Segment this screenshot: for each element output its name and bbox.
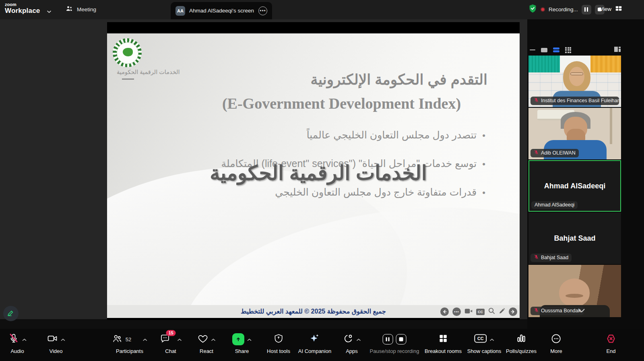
sparkle-icon: [309, 333, 320, 346]
chat-unread-badge: 15: [166, 330, 176, 336]
more-options-icon[interactable]: •••: [452, 307, 461, 316]
pause-icon[interactable]: [382, 334, 393, 344]
chevron-up-icon[interactable]: [357, 336, 361, 343]
breakout-rooms-icon: [438, 333, 448, 345]
caption-underline: [122, 78, 134, 80]
chevron-up-icon[interactable]: [22, 336, 27, 343]
logo-zoom-text: zoom: [5, 2, 40, 7]
next-slide-button[interactable]: [509, 307, 517, 316]
recording-cluster: Recording...: [528, 4, 605, 15]
video-camera-icon: [47, 333, 58, 346]
participant-tile-bahjat-saad[interactable]: Bahjat Saad Bahjat Saad: [528, 212, 621, 264]
cc-icon: CC: [474, 334, 487, 345]
slide-logo-caption: الخدمات الرقمية الحكومية: [117, 69, 197, 75]
door-frame: [610, 108, 612, 144]
more-ellipsis-icon: [551, 333, 562, 346]
poll-bars-icon: [516, 333, 526, 345]
banner-orange-segment: [590, 56, 621, 72]
chevron-up-icon[interactable]: [143, 336, 147, 343]
participants-label: Participants: [116, 348, 143, 354]
zoom-workplace-logo: zoom Workplace: [5, 2, 40, 14]
pause-recording-button[interactable]: [582, 5, 591, 14]
banner-teal-segment: [528, 56, 560, 72]
participants-button[interactable]: 52 Participants: [112, 333, 147, 354]
shield-icon: [273, 333, 284, 345]
apps-button[interactable]: Apps: [343, 333, 361, 354]
share-button[interactable]: Share: [232, 333, 252, 354]
ai-companion-label: AI Companion: [298, 348, 331, 354]
participant-name-label: Ahmad AlSadeeqi: [531, 201, 578, 209]
pause-stop-recording-button[interactable]: Pause/stop recording: [370, 333, 419, 354]
more-button[interactable]: More: [550, 333, 562, 354]
scroll-participants-down-button[interactable]: [574, 306, 590, 315]
heart-icon: [198, 333, 208, 346]
audio-button[interactable]: Audio: [8, 333, 27, 354]
pen-icon[interactable]: [499, 308, 505, 316]
breakout-rooms-button[interactable]: Breakout rooms: [425, 333, 462, 354]
video-label: Video: [49, 348, 62, 354]
show-captions-label: Show captions: [467, 348, 502, 354]
annotate-button[interactable]: [3, 306, 19, 321]
video-button[interactable]: Video: [47, 333, 65, 354]
camera-icon[interactable]: [464, 308, 473, 316]
host-tools-button[interactable]: Host tools: [267, 333, 290, 354]
participant-tile-adib-oleiwan[interactable]: Adib OLEIWAN: [528, 108, 621, 159]
end-label: End: [606, 348, 615, 354]
recording-label: Recording...: [549, 6, 578, 12]
participant-tile-institut-des-finances[interactable]: Institut des Finances Basil Fuleihan: [528, 56, 621, 107]
chevron-up-icon[interactable]: [61, 336, 65, 343]
tab-meeting[interactable]: Meeting: [65, 5, 96, 14]
polls-quizzes-button[interactable]: Polls/quizzes: [506, 333, 537, 354]
stage-area: الخدمات الرقمية الحكومية التقدم في الحكو…: [0, 19, 527, 329]
view-button[interactable]: View: [600, 5, 622, 13]
previous-slide-button[interactable]: [440, 307, 449, 316]
participant-name-label: Institut des Finances Basil Fuleihan: [530, 97, 619, 105]
minimize-video-icon[interactable]: [530, 50, 535, 51]
speaker-view-icon[interactable]: [541, 48, 547, 52]
ai-companion-button[interactable]: AI Companion: [298, 333, 331, 354]
end-meeting-button[interactable]: End: [606, 333, 617, 354]
participant-name-label: Adib OLEIWAN: [530, 149, 579, 157]
pencil-icon: [7, 309, 15, 318]
security-shield-icon[interactable]: [528, 4, 537, 15]
muted-mic-icon: [8, 333, 19, 346]
show-captions-button[interactable]: CC Show captions: [467, 333, 502, 354]
apps-label: Apps: [346, 348, 358, 354]
stop-icon[interactable]: [396, 334, 406, 344]
arab-planning-institute-logo: [113, 38, 142, 67]
participant-name: Bahjat Saad: [541, 255, 568, 260]
muted-mic-icon: [534, 307, 539, 314]
pause-stop-label: Pause/stop recording: [370, 348, 419, 354]
top-bar: zoom Workplace Meeting AA Ahmad AlSadeeq…: [0, 0, 644, 19]
magnifier-icon[interactable]: [488, 307, 495, 316]
chevron-up-icon[interactable]: [211, 336, 216, 343]
captions-cc-icon[interactable]: CC: [476, 309, 485, 315]
layout-popout-icon[interactable]: [614, 46, 621, 54]
gallery-strip-view-icon[interactable]: [553, 47, 559, 52]
muted-mic-icon: [534, 97, 539, 104]
chevron-up-icon[interactable]: [247, 336, 252, 343]
person-head: [559, 278, 590, 307]
chevron-up-icon[interactable]: [490, 336, 494, 343]
chevron-up-icon[interactable]: [178, 336, 182, 343]
chat-bubble-icon: 15: [160, 333, 171, 346]
svg-text:CC: CC: [477, 336, 484, 341]
share-screen-icon: [232, 333, 244, 345]
tab-shared-screen[interactable]: AA Ahmad AlSadeeqi's screen •••: [171, 2, 272, 19]
grid-view-icon[interactable]: [565, 47, 571, 53]
chat-button[interactable]: 15 Chat: [160, 333, 182, 354]
slide-bullet-1: تتصدر دول مجلس التعاون الخليجي عالمياً: [147, 129, 485, 141]
react-button[interactable]: React: [198, 333, 216, 354]
muted-mic-icon: [534, 254, 539, 261]
chat-label: Chat: [165, 348, 176, 354]
participant-name: Ahmad AlSadeeqi: [535, 202, 574, 208]
slide-title-arabic: التقدم في الحكومة الإلكترونية: [311, 71, 487, 88]
participant-tile-ahmad-alsadeeqi-active-speaker[interactable]: Ahmad AlSadeeqi Ahmad AlSadeeqi: [528, 160, 621, 212]
video-view-controls: [530, 45, 621, 55]
slide-bullet-3: قدرات متفاوتة خارج دول مجلس التعاون الخل…: [147, 186, 485, 198]
participant-center-name: Ahmad AlSadeeqi: [529, 182, 620, 190]
tab-options-icon[interactable]: •••: [258, 6, 267, 15]
presentation-slide: الخدمات الرقمية الحكومية التقدم في الحكو…: [107, 33, 520, 318]
chevron-down-icon[interactable]: [47, 8, 52, 15]
screen-tab-label: Ahmad AlSadeeqi's screen: [189, 8, 254, 14]
